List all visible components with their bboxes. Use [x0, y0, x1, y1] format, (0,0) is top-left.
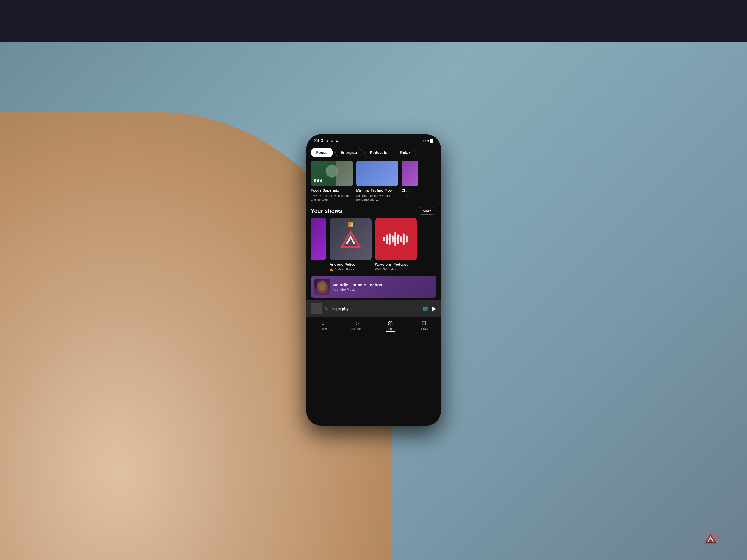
android-police-thumb: 📶: [330, 218, 372, 260]
samples-icon: ▷: [355, 319, 359, 326]
alarm-icon: ⊙: [326, 139, 328, 143]
bottom-nav: ⌂ Home ▷ Samples ◎ Explore ⊟ Library: [306, 317, 441, 336]
partial-title: Ch...: [402, 188, 418, 193]
status-bar: 2:03 ⊙ ◈ ▲ ⊖ ▾ ▉: [306, 134, 441, 145]
mini-player-subtitle: YouTube Music: [333, 288, 433, 292]
alert-icon: ▲: [335, 139, 339, 143]
music-card-minimal-techno[interactable]: Minimal Techno Flow Solomun, Monkey Safa…: [356, 161, 398, 202]
svg-rect-4: [383, 237, 385, 242]
now-playing-bar[interactable]: Nothing is playing 📺 ▶: [306, 300, 441, 317]
wall-art: [0, 0, 747, 42]
waveform-svg: [382, 228, 410, 250]
tab-focus[interactable]: Focus: [311, 148, 333, 157]
music-card-partial[interactable]: Ch... PL...: [402, 161, 418, 202]
focus-supermix-subtitle: EMBRZ, Lane 8, Ben Böhmer, and Nora en .…: [311, 194, 353, 202]
nav-library[interactable]: ⊟ Library: [407, 319, 441, 331]
phone: 2:03 ⊙ ◈ ▲ ⊖ ▾ ▉ Focus Energize Podcasts…: [306, 134, 441, 426]
wifi-icon: ▾: [428, 139, 429, 143]
nav-home[interactable]: ⌂ Home: [306, 319, 340, 331]
android-police-subtitle: 📻 Android Police: [330, 267, 372, 271]
svg-rect-6: [389, 234, 391, 245]
svg-rect-12: [406, 236, 408, 243]
focus-supermix-title: Focus Supermix: [311, 188, 353, 193]
partial-subtitle: PL...: [402, 194, 418, 198]
minimal-techno-thumb: [356, 161, 398, 186]
waveform-title: Waveform Podcast: [375, 262, 417, 267]
status-right-icons: ⊖ ▾ ▉: [423, 139, 433, 143]
android-police-title: Android Police: [330, 262, 372, 267]
waveform-thumb: [375, 218, 417, 260]
minimal-techno-title: Minimal Techno Flow: [356, 188, 398, 193]
music-card-focus-supermix[interactable]: mix Focus Supermix EMBRZ, Lane 8, Ben Bö…: [311, 161, 353, 202]
tab-relax[interactable]: Relax: [395, 148, 416, 157]
tab-podcasts[interactable]: Podcasts: [364, 148, 392, 157]
tab-energize[interactable]: Energize: [335, 148, 362, 157]
minimal-techno-subtitle: Solomun, Monkey Safari, Boris Brejcha, .…: [356, 194, 398, 202]
waveform-subtitle: WVFRM Podcast: [375, 267, 417, 271]
vpn-icon: ◈: [331, 139, 333, 143]
cast-icon[interactable]: 📺: [422, 305, 429, 312]
nav-explore[interactable]: ◎ Explore: [374, 319, 407, 331]
now-playing-text: Nothing is playing: [325, 306, 419, 311]
wifi-arc-icon: 📶: [347, 221, 354, 228]
library-icon: ⊟: [421, 319, 426, 326]
waveform-visual: [375, 218, 417, 260]
battery-icon: ▉: [431, 139, 433, 143]
category-tabs: Focus Energize Podcasts Relax: [306, 145, 441, 161]
melodic-thumbnail: Melodic House: [314, 279, 330, 295]
explore-icon: ◎: [388, 319, 393, 326]
ap-watermark-logo: [702, 531, 725, 548]
mini-player-info: Melodic House & Techno YouTube Music: [333, 282, 433, 292]
show-card-waveform[interactable]: Waveform Podcast WVFRM Podcast: [375, 218, 417, 271]
focus-supermix-thumb: mix: [311, 161, 353, 186]
svg-rect-9: [397, 235, 399, 244]
music-cards-row: mix Focus Supermix EMBRZ, Lane 8, Ben Bö…: [306, 161, 441, 206]
ap-logo-svg: [338, 226, 363, 252]
nav-samples[interactable]: ▷ Samples: [340, 319, 374, 331]
your-shows-title: Your shows: [311, 208, 342, 214]
dnd-icon: ⊖: [423, 139, 426, 143]
partial-thumb: [402, 161, 418, 186]
mini-player-title: Melodic House & Techno: [333, 282, 433, 288]
more-button[interactable]: More: [418, 207, 436, 215]
show-card-partial[interactable]: [311, 218, 326, 271]
shows-row: 📶 Android Police 📻 Android P: [306, 218, 441, 275]
now-playing-controls: 📺 ▶: [422, 305, 436, 312]
mini-player[interactable]: Melodic House Melodic House & Techno You…: [311, 275, 436, 298]
your-shows-header: Your shows More: [306, 206, 441, 218]
play-button[interactable]: ▶: [433, 305, 436, 312]
ap-watermark: [702, 531, 725, 549]
podcast-icon: 📻: [330, 267, 334, 271]
svg-rect-11: [403, 234, 405, 245]
show-card-android-police[interactable]: 📶 Android Police 📻 Android P: [330, 218, 372, 271]
status-time: 2:03: [314, 138, 323, 143]
partial-show-thumb: [311, 218, 326, 260]
svg-rect-7: [391, 236, 393, 243]
home-icon: ⌂: [321, 319, 325, 326]
now-playing-thumb: [311, 303, 322, 314]
